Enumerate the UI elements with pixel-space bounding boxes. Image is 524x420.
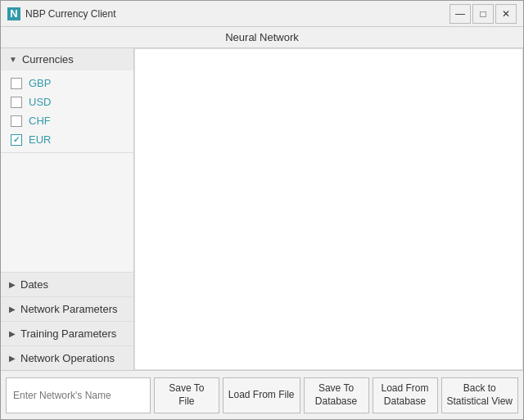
bottom-bar: Save ToFile Load From File Save ToDataba…: [1, 370, 523, 419]
sidebar-item-network-parameters[interactable]: ▶ Network Parameters: [1, 296, 133, 321]
chf-label: CHF: [29, 115, 51, 127]
maximize-button[interactable]: □: [472, 4, 494, 24]
main-content: ▼ Currencies GBP USD: [1, 48, 523, 370]
dates-label: Dates: [20, 278, 48, 291]
currencies-list: GBP USD CHF EUR: [1, 70, 133, 152]
currencies-arrow: ▼: [9, 55, 17, 64]
menu-bar: Neural Network: [1, 27, 523, 48]
currencies-label: Currencies: [22, 53, 74, 65]
close-button[interactable]: ✕: [495, 4, 517, 24]
training-parameters-arrow: ▶: [9, 329, 16, 338]
load-from-database-button[interactable]: Load FromDatabase: [373, 377, 438, 413]
network-name-input[interactable]: [6, 377, 151, 413]
currency-item-usd[interactable]: USD: [1, 93, 133, 111]
network-operations-arrow: ▶: [9, 354, 16, 363]
app-icon: N: [7, 7, 20, 20]
currency-item-chf[interactable]: CHF: [1, 111, 133, 130]
sidebar-item-network-operations[interactable]: ▶ Network Operations: [1, 345, 133, 370]
eur-label: EUR: [29, 133, 51, 146]
network-operations-label: Network Operations: [20, 352, 115, 364]
sidebar-item-training-parameters[interactable]: ▶ Training Parameters: [1, 321, 133, 345]
sidebar-item-dates[interactable]: ▶ Dates: [1, 272, 133, 296]
sidebar-spacer: [1, 153, 133, 272]
currency-item-eur[interactable]: EUR: [1, 130, 133, 149]
save-to-database-button[interactable]: Save ToDatabase: [304, 377, 369, 413]
menu-title: Neural Network: [225, 31, 299, 43]
main-panel: [134, 48, 523, 370]
gbp-checkbox[interactable]: [11, 78, 22, 89]
minimize-button[interactable]: —: [449, 4, 471, 24]
dates-arrow: ▶: [9, 280, 16, 289]
main-window: N NBP Currency Client — □ ✕ Neural Netwo…: [0, 0, 524, 420]
save-to-file-button[interactable]: Save ToFile: [154, 377, 219, 413]
currency-item-gbp[interactable]: GBP: [1, 74, 133, 93]
sidebar: ▼ Currencies GBP USD: [1, 48, 134, 370]
network-parameters-label: Network Parameters: [20, 303, 117, 315]
training-parameters-label: Training Parameters: [20, 327, 116, 340]
gbp-label: GBP: [29, 77, 51, 89]
window-title: NBP Currency Client: [25, 8, 449, 20]
eur-checkbox[interactable]: [11, 134, 22, 146]
network-parameters-arrow: ▶: [9, 305, 16, 314]
usd-label: USD: [29, 96, 51, 108]
chf-checkbox[interactable]: [11, 115, 22, 127]
window-controls: — □ ✕: [449, 4, 517, 24]
currencies-section: ▼ Currencies GBP USD: [1, 48, 133, 153]
title-bar: N NBP Currency Client — □ ✕: [1, 1, 523, 27]
load-from-file-button[interactable]: Load From File: [223, 377, 300, 413]
app-icon-label: N: [10, 7, 17, 20]
currencies-header[interactable]: ▼ Currencies: [1, 48, 133, 70]
back-to-statistical-view-button[interactable]: Back toStatistical View: [441, 377, 518, 413]
usd-checkbox[interactable]: [11, 97, 22, 108]
